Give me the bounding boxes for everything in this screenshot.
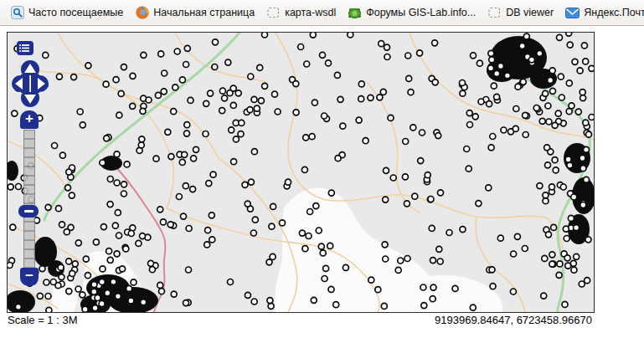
placeholder-favicon <box>487 6 502 20</box>
bookmark-db-viewer[interactable]: DB viewer <box>482 3 559 23</box>
layer-list-icon <box>17 41 33 55</box>
layer-list-button[interactable] <box>17 41 33 55</box>
mail-icon <box>565 6 580 20</box>
bookmark-label: Яндекс.Почта <box>584 7 644 18</box>
gislab-icon <box>348 6 362 20</box>
bookmark-label: Форумы GIS-Lab.info... <box>366 7 476 18</box>
pan-compass[interactable] <box>12 59 49 108</box>
status-bar: Scale = 1 : 3M 9193969.84647, 6723458.96… <box>8 314 592 326</box>
bookmark-gis-lab-forums[interactable]: Форумы GIS-Lab.info... <box>342 3 482 23</box>
scale-indicator: Scale = 1 : 3M <box>8 314 77 326</box>
bookmark-label: Начальная страница <box>153 7 255 18</box>
zoom-slider-track[interactable] <box>23 130 35 269</box>
bookmark-karta-wsdl[interactable]: карта-wsdl <box>260 3 342 23</box>
firefox-icon <box>135 6 149 20</box>
bookmark-yandex-mail[interactable]: Яндекс.Почта <box>559 3 644 23</box>
bookmarks-bar: Часто посещаемыеНачальная страницакарта-… <box>0 0 644 26</box>
zoom-slider-handle[interactable] <box>18 205 39 218</box>
map-viewport[interactable]: M52 <box>7 32 595 313</box>
bookmark-label: карта-wsdl <box>285 7 336 18</box>
bookmark-frequently-visited[interactable]: Часто посещаемые <box>4 3 129 23</box>
placeholder-favicon <box>266 6 281 20</box>
bookmark-label: DB viewer <box>506 7 554 18</box>
bookmark-home-page[interactable]: Начальная страница <box>129 3 260 23</box>
zoom-in-button[interactable]: + <box>20 110 39 129</box>
map-canvas[interactable]: M52 <box>8 33 594 312</box>
bookmark-label: Часто посещаемые <box>28 7 123 18</box>
cursor-coordinates: 9193969.84647, 6723458.96670 <box>435 314 592 326</box>
zoom-out-button[interactable]: − <box>20 268 39 286</box>
search-folder-icon <box>10 6 24 20</box>
